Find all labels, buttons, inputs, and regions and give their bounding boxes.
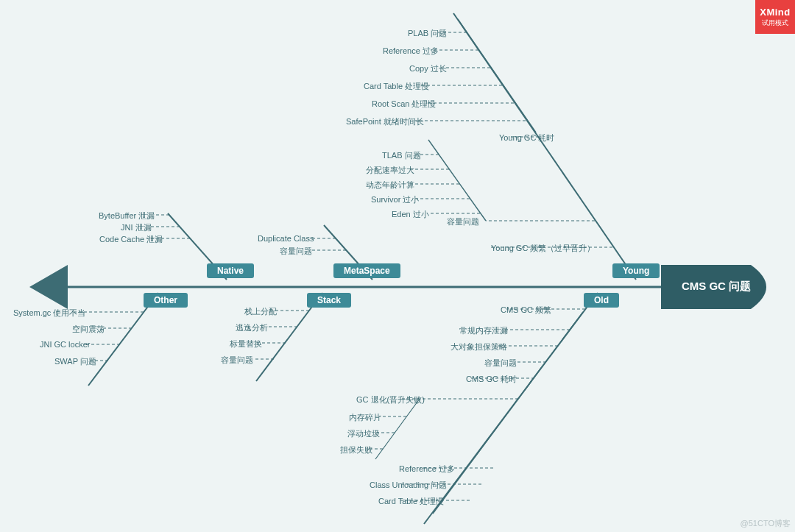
leaf: Code Cache 泄漏 (99, 234, 163, 245)
leaf: ByteBuffer 泄漏 (99, 210, 155, 221)
leaf: Survivor 过小 (371, 194, 419, 205)
leaf: Reference 过多 (383, 46, 439, 57)
leaf: CMS GC 频繁 (501, 305, 551, 316)
leaf: 逃逸分析 (236, 322, 268, 333)
svg-line-38 (530, 312, 583, 383)
leaf: PLAB 问题 (408, 28, 447, 39)
leaf: Card Table 处理慢 (364, 81, 429, 92)
leaf: GC 退化(晋升失败) (356, 394, 425, 405)
fishbone-diagram: Native MetaSpace Young Other Stack Old C… (0, 0, 795, 532)
leaf: 担保失败 (340, 444, 372, 455)
leaf: 分配速率过大 (366, 165, 414, 176)
leaf: Duplicate Class (258, 234, 314, 243)
cat-old[interactable]: Old (584, 293, 619, 308)
leaf: System.gc 使用不当 (13, 308, 85, 319)
leaf: 动态年龄计算 (366, 180, 414, 191)
leaf: SWAP 问题 (54, 356, 96, 367)
leaf: 标量替换 (230, 338, 262, 350)
leaf: Reference 过多 (399, 464, 455, 475)
leaf: Card Table 处理慢 (378, 496, 444, 507)
leaf: Root Scan 处理慢 (372, 99, 436, 110)
leaf: 常规内存泄漏 (459, 325, 508, 336)
leaf: 栈上分配 (244, 306, 277, 317)
leaf: 大对象担保策略 (451, 341, 507, 352)
cat-young[interactable]: Young (612, 263, 660, 278)
leaf: TLAB 问题 (382, 150, 421, 161)
leaf: Eden 过小 (392, 209, 429, 220)
head-title: CMS GC 问题 (682, 280, 751, 294)
leaf: Young GC 频繁（过早晋升） (491, 243, 595, 254)
brand-name: XMind (760, 7, 791, 18)
svg-marker-0 (29, 265, 68, 309)
leaf: 浮动垃圾 (347, 428, 380, 439)
leaf: JNI 泄漏 (121, 222, 152, 233)
fish-head[interactable]: CMS GC 问题 (661, 269, 771, 303)
leaf: SafePoint 就绪时间长 (346, 116, 424, 127)
leaf: 容量问题 (447, 216, 479, 227)
svg-line-11 (458, 19, 536, 132)
leaf: CMS GC 耗时 (466, 374, 517, 385)
cat-metaspace[interactable]: MetaSpace (333, 263, 400, 278)
leaf: Class Unloading 问题 (370, 480, 447, 491)
leaf: Copy 过长 (409, 63, 447, 74)
leaf: 容量问题 (280, 246, 312, 257)
cat-other[interactable]: Other (144, 293, 188, 308)
leaf: 内存碎片 (349, 412, 381, 423)
cat-stack[interactable]: Stack (307, 293, 351, 308)
leaf: 容量问题 (484, 358, 517, 369)
watermark: @51CTO博客 (741, 518, 791, 529)
leaf: 空间震荡 (72, 324, 105, 335)
xmind-badge: XMind 试用模式 (755, 0, 795, 34)
leaf: 容量问题 (221, 355, 253, 366)
svg-line-45 (375, 399, 420, 459)
leaf: JNI GC locker (40, 340, 90, 349)
brand-mode: 试用模式 (762, 18, 788, 28)
leaf: Young GC 耗时 (499, 132, 554, 143)
cat-native[interactable]: Native (207, 263, 254, 278)
svg-line-19 (428, 140, 486, 221)
svg-line-43 (433, 381, 531, 514)
